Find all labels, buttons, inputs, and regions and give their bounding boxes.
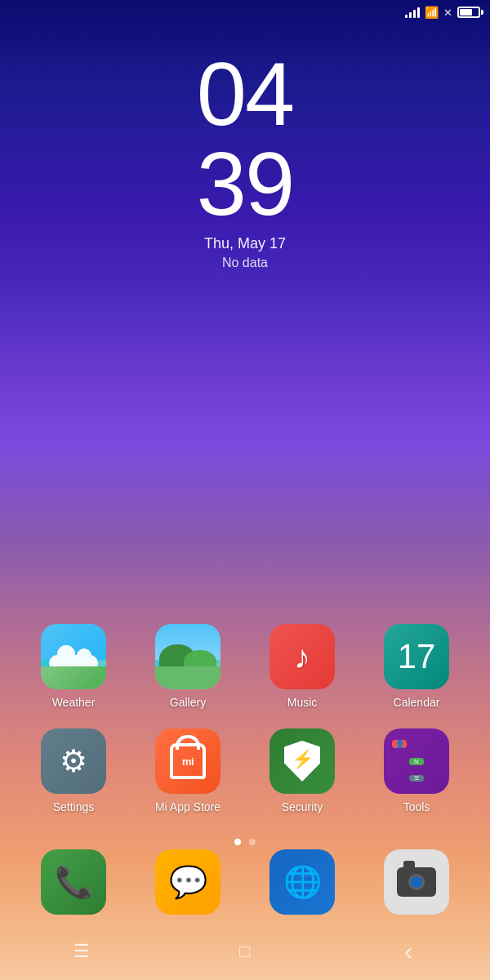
- phone-icon: 📞: [41, 849, 106, 915]
- app-music[interactable]: ♪ Music: [257, 624, 347, 709]
- dock-phone[interactable]: 📞: [41, 849, 106, 915]
- calendar-label: Calendar: [394, 696, 440, 709]
- weather-status: No data: [222, 256, 268, 270]
- app-calendar[interactable]: 17 Calendar: [372, 624, 461, 709]
- tool-cell-1: 👤: [392, 740, 407, 748]
- battery-fill: [460, 9, 472, 16]
- app-tools[interactable]: 👤 N ☰ Tools: [372, 728, 461, 813]
- gallery-label: Gallery: [170, 696, 206, 709]
- calendar-inner: 17: [398, 639, 436, 674]
- app-appstore[interactable]: mi Mi App Store: [143, 728, 233, 813]
- dock: 📞 💬 🌐: [0, 849, 490, 915]
- appstore-icon: mi: [155, 728, 220, 794]
- gallery-icon: [155, 624, 220, 689]
- messages-icon: 💬: [155, 849, 220, 915]
- app-row-1: Weather Gallery ♪ Music 17: [16, 624, 474, 709]
- settings-icon: ⚙: [41, 728, 106, 794]
- browser-sym-icon: 🌐: [283, 864, 322, 900]
- weather-icon: [41, 624, 106, 689]
- status-icons: 📶 ✕: [405, 6, 480, 19]
- clock-section: 04 39 Thu, May 17 No data: [0, 49, 490, 270]
- date-display: Thu, May 17: [204, 235, 286, 252]
- camera-body: [397, 867, 436, 897]
- app-grid: Weather Gallery ♪ Music 17: [0, 624, 490, 833]
- page-dots: [0, 839, 490, 845]
- calendar-number: 17: [398, 639, 436, 674]
- settings-label: Settings: [53, 800, 95, 813]
- page-dot-inactive[interactable]: [249, 839, 256, 845]
- weather-ground: [41, 666, 106, 689]
- gear-icon: ⚙: [60, 743, 87, 779]
- dock-camera[interactable]: [384, 849, 449, 915]
- page-dot-active[interactable]: [234, 839, 241, 845]
- tool-cell-5: N: [409, 758, 424, 765]
- signal-bar-1: [405, 15, 408, 18]
- camera-lens: [408, 874, 425, 890]
- browser-icon: 🌐: [270, 849, 335, 915]
- battery-icon: [457, 7, 480, 18]
- signal-bar-2: [409, 12, 412, 18]
- time-display: 04 39: [197, 49, 293, 229]
- status-bar: 📶 ✕: [0, 0, 490, 24]
- app-settings[interactable]: ⚙ Settings: [29, 728, 118, 813]
- calendar-icon: 17: [384, 624, 449, 689]
- tool-cell-8: ☰: [409, 775, 424, 782]
- bolt-icon: ⚡: [292, 749, 314, 770]
- tools-label: Tools: [403, 800, 430, 813]
- security-icon: ⚡: [270, 728, 335, 794]
- app-gallery[interactable]: Gallery: [143, 624, 233, 709]
- app-security[interactable]: ⚡ Security: [257, 728, 347, 813]
- signal-bar-3: [413, 10, 416, 18]
- app-weather[interactable]: Weather: [29, 624, 118, 709]
- menu-button[interactable]: ☰: [61, 931, 102, 972]
- mi-bag-icon: mi: [170, 743, 206, 779]
- security-label: Security: [282, 800, 323, 813]
- home-button[interactable]: □: [225, 931, 265, 972]
- message-bubble-icon: 💬: [169, 864, 207, 900]
- camera-icon: [384, 849, 449, 915]
- music-note-icon: ♪: [294, 639, 310, 675]
- back-button[interactable]: ‹: [388, 931, 429, 972]
- music-icon: ♪: [270, 624, 335, 689]
- dock-messages[interactable]: 💬: [155, 849, 220, 915]
- weather-label: Weather: [52, 696, 96, 709]
- shield-icon: ⚡: [284, 741, 320, 782]
- signal-bar-4: [417, 7, 420, 18]
- music-label: Music: [287, 696, 318, 709]
- time-hour: 04: [197, 49, 293, 139]
- signal-icon: [405, 7, 420, 18]
- time-minute: 39: [197, 139, 293, 229]
- notification-icon: ✕: [443, 7, 452, 19]
- wifi-icon: 📶: [425, 6, 439, 19]
- dock-browser[interactable]: 🌐: [270, 849, 335, 915]
- appstore-label: Mi App Store: [155, 800, 220, 813]
- phone-sym-icon: 📞: [55, 864, 93, 900]
- nav-bar: ☰ □ ‹: [0, 923, 490, 980]
- app-row-2: ⚙ Settings mi Mi App Store ⚡ Security: [16, 728, 474, 813]
- tools-icon: 👤 N ☰: [384, 728, 449, 794]
- mi-text: mi: [182, 755, 194, 768]
- gallery-ground: [155, 666, 220, 689]
